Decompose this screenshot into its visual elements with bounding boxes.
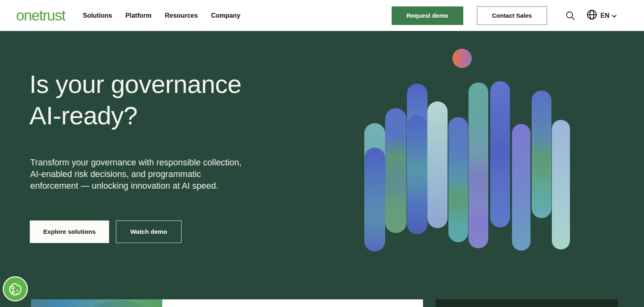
onetrust-logo[interactable]: onetrust <box>16 7 65 24</box>
main-nav: Solutions Platform Resources Company <box>83 12 241 19</box>
cookie-icon <box>2 276 28 302</box>
language-code: EN <box>601 12 609 19</box>
hero-illustration <box>354 40 572 266</box>
explore-solutions-button[interactable]: Explore solutions <box>30 220 109 243</box>
hero-section: Is your governance AI-ready? Transform y… <box>0 31 644 307</box>
nav-item-solutions[interactable]: Solutions <box>83 12 112 19</box>
onetrust-homepage: onetrust Solutions Platform Resources Co… <box>0 0 644 307</box>
language-selector[interactable]: EN <box>586 9 617 22</box>
top-navigation-bar: onetrust Solutions Platform Resources Co… <box>0 0 644 31</box>
nav-item-platform[interactable]: Platform <box>126 12 152 19</box>
teaser-card-dark[interactable] <box>436 299 618 307</box>
chevron-down-icon <box>612 12 617 19</box>
request-demo-button[interactable]: Request demo <box>392 6 463 25</box>
contact-sales-button[interactable]: Contact Sales <box>477 6 547 25</box>
nav-item-resources[interactable]: Resources <box>165 12 198 19</box>
teaser-card-image <box>31 299 162 307</box>
hero-description: Transform your governance with responsib… <box>30 157 242 192</box>
hero-title: Is your governance AI-ready? <box>29 68 242 131</box>
search-icon[interactable] <box>565 10 576 21</box>
cookie-settings-button[interactable] <box>2 276 28 302</box>
nav-item-company[interactable]: Company <box>211 12 240 19</box>
header-actions: Request demo Contact Sales EN <box>392 6 617 25</box>
globe-icon <box>586 9 597 22</box>
hero-cta-row: Explore solutions Watch demo <box>30 220 182 243</box>
teaser-card-left[interactable] <box>31 299 423 307</box>
accent-circle <box>452 49 472 68</box>
bar-cluster <box>364 81 570 251</box>
watch-demo-button[interactable]: Watch demo <box>116 220 182 243</box>
